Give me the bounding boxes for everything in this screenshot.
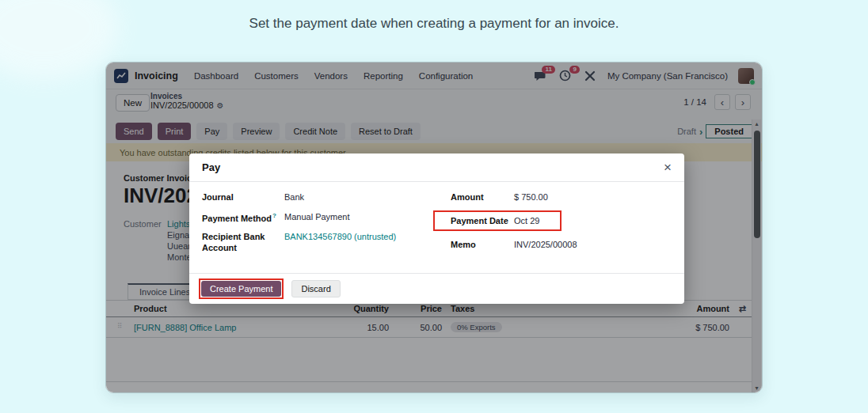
memo-label: Memo — [451, 240, 476, 249]
odoo-window: Invoicing Dashboard Customers Vendors Re… — [105, 62, 763, 393]
highlight-box-create-payment: Create Payment — [199, 278, 284, 299]
discard-button[interactable]: Discard — [291, 280, 340, 297]
pay-dialog: Pay × Journal Bank Payment Method? Manua… — [189, 153, 684, 304]
recipient-bank-label-line2: Account — [202, 243, 237, 252]
amount-field[interactable]: $ 750.00 — [514, 192, 548, 202]
background-blob — [0, 0, 119, 79]
memo-field[interactable]: INV/2025/00008 — [514, 240, 577, 249]
payment-method-label: Payment Method? — [202, 212, 276, 223]
recipient-bank-label: Recipient Bank — [202, 232, 265, 241]
payment-date-label: Payment Date — [451, 216, 508, 225]
close-icon[interactable]: × — [664, 161, 672, 174]
journal-label: Journal — [202, 192, 234, 202]
pay-dialog-title: Pay — [202, 161, 220, 173]
amount-label: Amount — [451, 192, 484, 202]
journal-field[interactable]: Bank — [284, 192, 304, 202]
pay-dialog-body: Journal Bank Payment Method? Manual Paym… — [189, 182, 684, 273]
payment-date-field[interactable]: Oct 29 — [514, 216, 539, 225]
pay-dialog-header: Pay × — [189, 153, 684, 182]
pay-dialog-footer: Create Payment Discard — [189, 273, 684, 304]
payment-method-field[interactable]: Manual Payment — [284, 212, 350, 222]
help-icon: ? — [272, 212, 276, 219]
create-payment-button[interactable]: Create Payment — [201, 281, 281, 297]
recipient-bank-field[interactable]: BANK134567890 (untrusted) — [284, 232, 396, 241]
page-title: Set the payment date when creating a pay… — [0, 16, 868, 32]
